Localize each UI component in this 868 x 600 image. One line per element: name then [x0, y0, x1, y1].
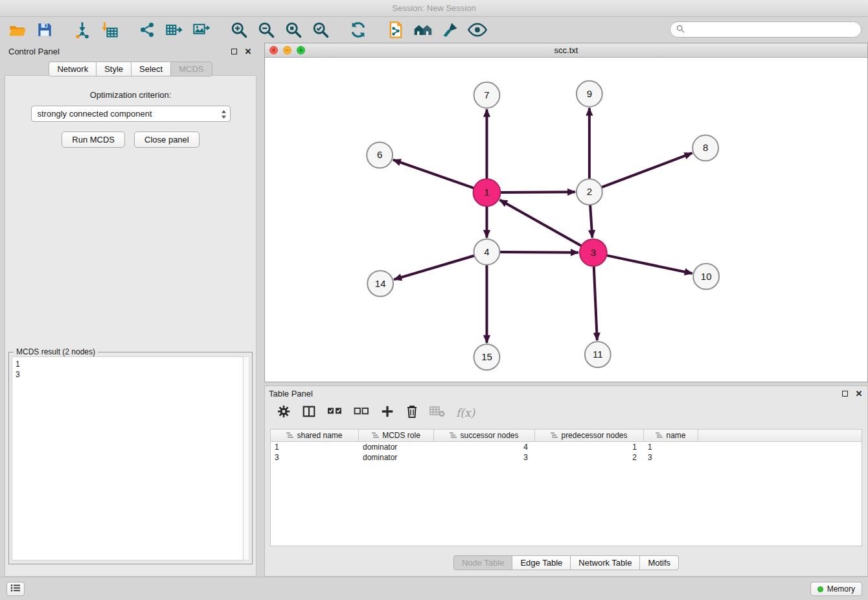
- mcds-buttons-row: Run MCDS Close panel: [5, 132, 256, 148]
- search-input[interactable]: [688, 25, 855, 34]
- select-all-icon[interactable]: [327, 405, 343, 421]
- toolbar-group: [228, 19, 332, 41]
- control-panel-float-icon[interactable]: [228, 45, 240, 57]
- mcds-result-list[interactable]: 13: [12, 356, 244, 560]
- node-2[interactable]: 2: [577, 179, 602, 205]
- node-4[interactable]: 4: [474, 239, 500, 265]
- table-panel-title: Table Panel: [265, 389, 839, 398]
- column-header-filler: [698, 430, 862, 442]
- node-6[interactable]: 6: [367, 142, 393, 168]
- network-icon[interactable]: [136, 19, 158, 41]
- first-neighbors-icon[interactable]: [412, 19, 434, 41]
- deselect-all-icon[interactable]: [354, 405, 369, 421]
- node-11[interactable]: 11: [585, 341, 611, 367]
- mcds-panel-body: Optimization criterion: strongly connect…: [5, 75, 257, 577]
- memory-status-dot: [817, 586, 823, 592]
- tab-motifs[interactable]: Motifs: [639, 555, 679, 570]
- column-header-MCDS-role[interactable]: MCDS role: [359, 430, 434, 442]
- import-network-icon[interactable]: [71, 19, 93, 41]
- edge-3-10[interactable]: [606, 255, 692, 273]
- node-table-body[interactable]: 1dominator4113dominator323: [271, 442, 862, 546]
- list-menu-button[interactable]: [6, 582, 25, 596]
- refresh-layout-icon[interactable]: [347, 19, 369, 41]
- tab-mcds[interactable]: MCDS: [170, 62, 212, 76]
- mcds-result-item[interactable]: 3: [16, 369, 240, 380]
- table-cell: 3: [271, 452, 359, 463]
- node-label: 9: [587, 88, 592, 99]
- network-canvas[interactable]: 7968124314101511: [265, 58, 867, 382]
- save-session-icon[interactable]: [34, 19, 56, 41]
- table-panel-float-icon[interactable]: [839, 387, 851, 399]
- column-header-successor-nodes[interactable]: successor nodes: [434, 430, 535, 442]
- minimize-window-button[interactable]: −: [283, 46, 291, 54]
- paint-style-icon[interactable]: [439, 19, 461, 41]
- close-panel-button[interactable]: Close panel: [134, 132, 200, 148]
- export-table-icon[interactable]: [163, 19, 185, 41]
- edge-3-1[interactable]: [499, 200, 581, 246]
- table-panel: Table Panel ✕ f(x) shared nameMCDS roles…: [264, 386, 868, 577]
- node-14[interactable]: 14: [367, 271, 393, 297]
- network-graph: 7968124314101511: [265, 58, 867, 382]
- export-image-icon[interactable]: [190, 19, 212, 41]
- tab-style[interactable]: Style: [96, 62, 131, 76]
- zoom-in-icon[interactable]: [228, 19, 250, 41]
- zoom-fit-icon[interactable]: [282, 19, 304, 41]
- table-cell: 1: [535, 442, 644, 452]
- search-box[interactable]: [670, 21, 862, 38]
- close-window-button[interactable]: ×: [269, 46, 278, 54]
- zoom-selected-icon[interactable]: [310, 19, 332, 41]
- tab-network[interactable]: Network: [49, 62, 96, 76]
- eye-icon[interactable]: [466, 19, 488, 41]
- node-10[interactable]: 10: [693, 264, 719, 290]
- maximize-window-button[interactable]: +: [297, 46, 305, 54]
- share-network-icon[interactable]: [385, 19, 407, 41]
- control-panel-close-icon[interactable]: ✕: [242, 45, 254, 57]
- table-row[interactable]: 3dominator323: [271, 452, 862, 463]
- toolbar-group: [385, 19, 488, 41]
- network-window-titlebar: × − + scc.txt: [265, 43, 867, 58]
- node-8[interactable]: 8: [692, 135, 718, 161]
- tab-network-table[interactable]: Network Table: [570, 555, 639, 570]
- add-icon[interactable]: [380, 404, 394, 421]
- column-header-predecessor-nodes[interactable]: predecessor nodes: [535, 430, 644, 442]
- edge-3-11[interactable]: [594, 266, 597, 341]
- delete-table-icon: [429, 405, 445, 421]
- edge-4-3[interactable]: [499, 252, 578, 253]
- column-header-name[interactable]: name: [644, 430, 698, 442]
- edge-1-2[interactable]: [500, 192, 575, 192]
- column-header-shared-name[interactable]: shared name: [271, 430, 359, 442]
- edge-2-3[interactable]: [590, 205, 592, 238]
- open-session-icon[interactable]: [6, 19, 29, 41]
- window-titlebar: Session: New Session: [0, 0, 868, 17]
- node-7[interactable]: 7: [474, 82, 500, 108]
- criterion-dropdown[interactable]: strongly connected component: [31, 106, 231, 122]
- run-mcds-button[interactable]: Run MCDS: [62, 132, 125, 148]
- node-3[interactable]: 3: [580, 239, 607, 266]
- result-scrollbar[interactable]: [244, 356, 249, 560]
- trash-icon[interactable]: [405, 404, 418, 421]
- tab-node-table[interactable]: Node Table: [453, 555, 512, 570]
- table-toolbar: f(x): [265, 400, 867, 425]
- table-cell: dominator: [359, 442, 434, 452]
- tab-select[interactable]: Select: [131, 62, 170, 76]
- node-9[interactable]: 9: [577, 81, 602, 107]
- node-label: 14: [375, 278, 386, 289]
- table-row[interactable]: 1dominator411: [271, 442, 862, 452]
- memory-button[interactable]: Memory: [810, 582, 862, 596]
- table-panel-close-icon[interactable]: ✕: [853, 387, 865, 399]
- node-table: shared nameMCDS rolesuccessor nodesprede…: [270, 429, 862, 546]
- node-1[interactable]: 1: [474, 179, 501, 206]
- edge-2-8[interactable]: [601, 153, 692, 187]
- mcds-result-item[interactable]: 1: [16, 359, 240, 369]
- search-icon: [676, 24, 685, 36]
- columns-icon[interactable]: [302, 404, 316, 421]
- edge-4-14[interactable]: [394, 255, 474, 279]
- gear-icon[interactable]: [277, 404, 291, 421]
- import-table-icon[interactable]: [98, 19, 120, 41]
- node-label: 10: [701, 271, 712, 282]
- node-15[interactable]: 15: [474, 344, 500, 370]
- tab-edge-table[interactable]: Edge Table: [512, 555, 570, 570]
- zoom-out-icon[interactable]: [255, 19, 277, 41]
- edge-1-6[interactable]: [393, 160, 474, 189]
- table-cell: 1: [271, 442, 359, 452]
